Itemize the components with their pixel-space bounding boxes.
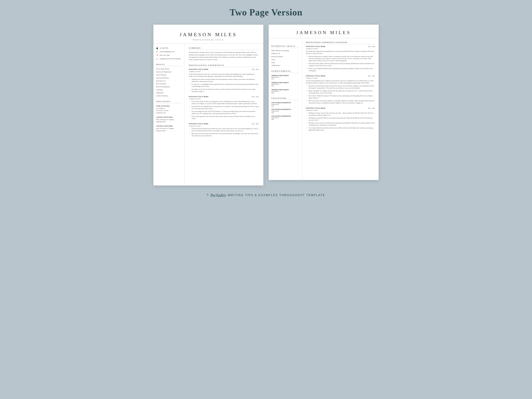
skill-item: Reducing Costs (156, 80, 182, 82)
experience-item: POSITION TITLE HERE Date - Date Company,… (189, 96, 259, 120)
skill-item: Contracts & Negotiations (156, 71, 182, 73)
resume-page-1: JAMESON MILES PROFESSIONAL TITLE 📱 123.4… (153, 25, 263, 185)
exp-title: POSITION TITLE HERE (306, 75, 326, 77)
volunteer-org: Organization (271, 110, 299, 112)
bullet-item: Pick the keywords, phrases, skills and r… (309, 63, 375, 67)
tech-skill-item: Trello (271, 62, 299, 64)
phone-icon: 📱 (156, 47, 158, 49)
volunteer-date: Date (271, 105, 299, 107)
summary-section-title: SUMMARY (189, 47, 259, 50)
exp-company: Company, Location (189, 98, 259, 100)
page1-professional-title: PROFESSIONAL TITLE (157, 39, 260, 41)
education-item: NAME OF DEGREEConcentrationUniversity, L… (156, 105, 182, 114)
contact-phone: 📱 123.456.7891 (156, 47, 182, 49)
achievement-title: AWARD/ACHIEVEMENT (271, 75, 299, 76)
experience-item: POSITION TITLE HERE Date - Date Company,… (189, 123, 259, 137)
pages-container: JAMESON MILES PROFESSIONAL TITLE 📱 123.4… (142, 25, 390, 185)
page2-header: JAMESON MILES (269, 25, 379, 38)
page2-experience-list: POSITION TITLE HERE Date - Date Company,… (306, 45, 375, 131)
volunteer-item: VOLUNTEER EXPERIENCEOrganizationDate (271, 102, 299, 107)
volunteer-org: Organization (271, 117, 299, 119)
skill-item: Project Planning (156, 74, 182, 76)
page2-experience-item: POSITION TITLE HERE Date - Date Company,… (306, 75, 375, 104)
page1-name: JAMESON MILES (157, 32, 260, 38)
footnote-text: WRITING TIPS & EXAMPLES THROUGHOUT TEMPL… (228, 194, 325, 197)
exp-desc: To get the most impact for your effort, … (189, 73, 259, 77)
page1-sidebar: 📱 123.456.7891 ✉ youremail@gmail.com 📍 Y… (153, 44, 184, 185)
exp-date: Date - Date (368, 75, 375, 77)
achievement-date: Date (271, 92, 299, 94)
bullet-item: Writing your resume is easier when you k… (309, 112, 375, 116)
skill-item: Risk Assessment (156, 83, 182, 85)
exp-company: Company, Location (306, 48, 375, 50)
bullet-item: Last but not least, proofread your resum… (191, 128, 259, 132)
tech-skill-item: Asana (271, 59, 299, 61)
exp-desc: Re-read the job posting that you are app… (306, 50, 375, 55)
volunteer-title: VOLUNTEER EXPERIENCE (271, 102, 299, 104)
summary-text: Technical project manager with 9+ years … (189, 51, 259, 61)
bullet-item: What did you do to go above and beyond y… (309, 122, 375, 126)
exp-company: Company, Location (306, 109, 375, 111)
volunteer-date: Date (271, 112, 299, 114)
achievement-date: Date (271, 78, 299, 80)
skill-item: Leadership (156, 89, 182, 91)
skill-item: Adaptability (156, 92, 182, 94)
contact-linkedin: in LinkedIn.com/in/ First-Lastname (156, 58, 182, 60)
page1-header: JAMESON MILES PROFESSIONAL TITLE (153, 25, 263, 44)
exp-date: Date - Date (368, 45, 375, 47)
skill-item: Process Improvement (156, 68, 182, 70)
bullet-item: It's super easy – just highlight the mos… (191, 83, 259, 88)
bullet-item: Targeting your resume to the job posting… (191, 78, 259, 83)
bullet-item: You can rearrange the order of the XYZ f… (191, 110, 259, 115)
achievement-item: AWARD/ACHIEVEMENTOrganizationDate (271, 89, 299, 94)
achievement-org: Organization (271, 83, 299, 85)
achievements-section-title: ACHIEVEMENTS (271, 70, 299, 73)
achievement-date: Date (271, 85, 299, 87)
email-icon: ✉ (156, 51, 158, 53)
volunteer-title: VOLUNTEER EXPERIENCE (271, 115, 299, 117)
bullet-item: It goes like this: Accomplished [X] as m… (191, 106, 259, 110)
page2-sidebar: TECHNICAL SKILLS Adobe Illustrator & InD… (269, 38, 302, 180)
page2-experience-item: POSITION TITLE HERE Date - Date Company,… (306, 45, 375, 72)
volunteer-list: VOLUNTEER EXPERIENCEOrganizationDateVOLU… (271, 102, 299, 120)
footnote-italic-text: Includes (210, 193, 226, 198)
bullet-item: There's a ton of helpful information abo… (309, 68, 375, 72)
exp-title: POSITION TITLE HERE (306, 45, 326, 47)
skill-item: Resource Management (156, 86, 182, 88)
resume-page-2: JAMESON MILES TECHNICAL SKILLS Adobe Ill… (269, 25, 379, 180)
exp-title: POSITION TITLE HERE (189, 69, 209, 70)
exp-title: POSITION TITLE HERE (306, 107, 326, 109)
volunteer-date: Date (271, 119, 299, 120)
exp-company: Company, Location (189, 125, 259, 127)
experience-continued-title: PROFESSIONAL EXPERIENCE continued (306, 42, 375, 44)
exp-date: Date - Date (252, 69, 259, 70)
footnote-container: * Includes WRITING TIPS & EXAMPLES THROU… (203, 191, 329, 200)
bullet-item: For example: Utilized exceptional custom… (309, 127, 375, 131)
achievement-org: Organization (271, 91, 299, 92)
experience-item: POSITION TITLE HERE Date - Date Company,… (189, 69, 259, 93)
tech-skills-section-title: TECHNICAL SKILLS (271, 45, 299, 48)
tech-skills-list: Adobe Illustrator & InDesignHTML & CSSHo… (271, 50, 299, 67)
bullet-item: Just make sure you have the experience t… (191, 88, 259, 93)
page2-main: PROFESSIONAL EXPERIENCE continued POSITI… (302, 38, 379, 180)
achievement-title: AWARD/ACHIEVEMENT (271, 82, 299, 83)
bullet-item: More action verbs: Led, directed, guided… (309, 100, 375, 104)
location-icon: 📍 (156, 54, 158, 56)
exp-desc: Use this main paragraph to give a summar… (306, 80, 375, 84)
achievement-item: AWARD/ACHIEVEMENTOrganizationDate (271, 82, 299, 87)
skill-item: Conflict Resolution (156, 95, 182, 97)
achievement-title: AWARD/ACHIEVEMENT (271, 89, 299, 91)
education-list: NAME OF DEGREEConcentrationUniversity, L… (156, 105, 182, 132)
bullet-item: This is better: "Helped an average of 30… (309, 95, 375, 99)
skills-section-title: SKILLS (156, 63, 182, 66)
achievements-list: AWARD/ACHIEVEMENTOrganizationDateAWARD/A… (271, 75, 299, 94)
bullet-item: Describe your achievements while in this… (309, 85, 375, 89)
page2-experience-item: POSITION TITLE HERE Date - Date Company,… (306, 107, 375, 131)
bullet-item: Make sure you check the most overlooked … (191, 133, 259, 137)
achievement-item: AWARD/ACHIEVEMENTOrganizationDate (271, 75, 299, 80)
page1-main: SUMMARY Technical project manager with 9… (184, 44, 263, 185)
education-section-title: EDUCATION (156, 101, 182, 103)
achievement-org: Organization (271, 76, 299, 78)
tech-skill-item: Adobe Illustrator & InDesign (271, 50, 299, 52)
tech-skill-item: HTML & CSS (271, 53, 299, 55)
